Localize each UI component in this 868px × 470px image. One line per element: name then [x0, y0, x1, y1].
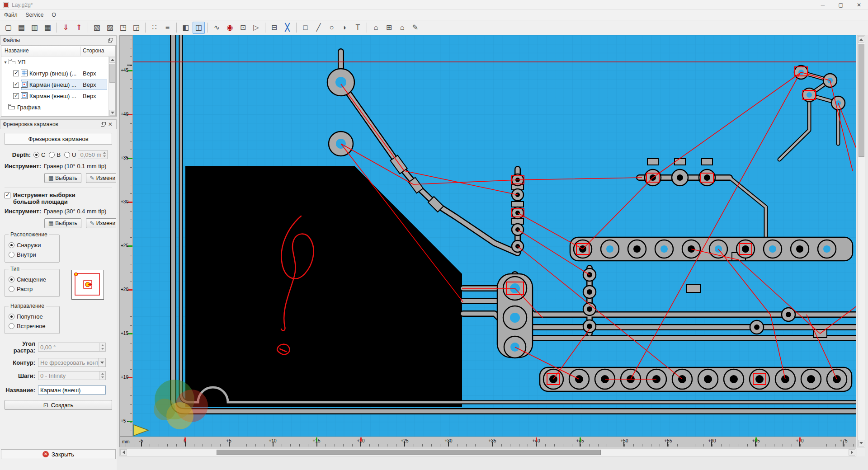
select-tool-button[interactable]: ▦Выбрать	[44, 173, 81, 183]
radio-icon[interactable]	[9, 314, 14, 320]
fit-board-button[interactable]: ▨	[104, 22, 116, 34]
label-link-button[interactable]: ⌂	[396, 22, 408, 34]
radio-icon[interactable]	[9, 252, 14, 258]
tree-scroll-thumb[interactable]	[109, 64, 115, 83]
draw-ellipse-button[interactable]: ○	[326, 22, 338, 34]
location-inside-option[interactable]: Внутри	[9, 250, 56, 259]
menu-service[interactable]: Service	[22, 11, 48, 19]
depth-option-c[interactable]: C	[33, 151, 45, 158]
grid-view-button[interactable]: ◫	[193, 22, 205, 34]
zoom-region-button[interactable]: ⊡	[237, 22, 249, 34]
large-area-row[interactable]: Инструмент выборки большой площади	[5, 192, 112, 205]
align-board-button[interactable]: ◲	[130, 22, 142, 34]
vertical-scroll-thumb[interactable]	[859, 44, 864, 157]
label-edit-button[interactable]: ✎	[409, 22, 421, 34]
save-file-button[interactable]: ▥	[28, 22, 41, 34]
spinner-arrows-icon[interactable]	[99, 371, 105, 380]
type-offset-option[interactable]: Смещение	[9, 275, 56, 284]
scroll-down-icon[interactable]	[109, 110, 115, 116]
close-milling-button[interactable]: ✕ Закрыть	[1, 449, 116, 459]
column-divider[interactable]	[80, 47, 80, 56]
draw-line-button[interactable]: ╱	[312, 22, 325, 34]
tree-row-pocket-selected[interactable]: Карман (внеш) ... Верх	[1, 79, 115, 90]
name-input[interactable]: Карман (внеш)	[38, 385, 106, 395]
change-tool-button[interactable]: ✎Изменить	[86, 173, 116, 183]
label-tool-button[interactable]: ⌂	[370, 22, 382, 34]
raster-angle-spinner[interactable]: 0,00 °	[38, 343, 106, 352]
tree-row-contour[interactable]: Контур (внеш) (... Верх	[1, 68, 115, 79]
radio-icon[interactable]	[49, 152, 55, 158]
minimize-button[interactable]: ─	[814, 0, 832, 10]
radio-icon[interactable]	[9, 323, 14, 329]
expander-icon[interactable]: ▾	[3, 60, 8, 65]
contour-dropdown[interactable]: Не фрезеровать контур	[38, 358, 106, 367]
float-panel-icon[interactable]	[99, 121, 107, 128]
tree-row-pocket-2[interactable]: Карман (внеш) ... Верх	[1, 90, 115, 102]
draw-arc-button[interactable]: ◗	[339, 22, 351, 34]
radio-icon[interactable]	[9, 277, 14, 282]
radio-icon[interactable]	[33, 152, 39, 158]
menu-file[interactable]: Файл	[0, 11, 22, 19]
direction-conventional-option[interactable]: Встречное	[9, 321, 56, 331]
direction-climb-option[interactable]: Попутное	[9, 312, 56, 321]
radio-icon[interactable]	[9, 242, 14, 248]
scroll-up-icon[interactable]	[858, 36, 864, 43]
menu-about[interactable]: О	[48, 11, 60, 19]
transform-tool-button[interactable]: ╳	[281, 22, 293, 34]
panel-view-button[interactable]: ◧	[179, 22, 192, 34]
column-side[interactable]: Сторона	[83, 47, 104, 54]
tree-row-graphics[interactable]: Графика	[1, 102, 115, 113]
close-panel-icon[interactable]: ✕	[107, 121, 114, 128]
pcb-canvas[interactable]	[133, 35, 856, 437]
steps-spinner[interactable]: 0 - Infinity	[38, 371, 106, 380]
tree-column-header[interactable]: Название Сторона	[1, 46, 115, 56]
scroll-right-icon[interactable]	[849, 449, 855, 456]
layer-checkbox[interactable]	[13, 82, 19, 88]
print-button[interactable]: ▦	[42, 22, 54, 34]
scroll-left-icon[interactable]	[120, 449, 127, 456]
radio-icon[interactable]	[9, 286, 14, 292]
location-outside-option[interactable]: Снаружи	[9, 240, 56, 250]
pcb-view[interactable]	[133, 35, 856, 437]
type-raster-option[interactable]: Растр	[9, 284, 56, 294]
export-file-button[interactable]: ⇑	[73, 22, 85, 34]
maximize-button[interactable]: ▢	[832, 0, 850, 10]
draw-rect-button[interactable]: □	[299, 22, 311, 34]
large-area-checkbox[interactable]	[5, 193, 10, 198]
scroll-down-icon[interactable]	[858, 440, 864, 446]
crop-region-button[interactable]: ◳	[117, 22, 129, 34]
horizontal-scrollbar[interactable]	[119, 448, 856, 456]
select-board-button[interactable]: ▧	[91, 22, 103, 34]
spline-tool-button[interactable]: ∿	[211, 22, 223, 34]
depth-option-b[interactable]: B	[49, 151, 61, 158]
open-file-button[interactable]: ▤	[15, 22, 28, 34]
layer-checkbox[interactable]	[13, 93, 19, 99]
column-name[interactable]: Название	[5, 47, 29, 54]
spinner-arrows-icon[interactable]	[99, 343, 105, 351]
float-panel-icon[interactable]	[107, 37, 114, 44]
select-tool2-button[interactable]: ▦Выбрать	[44, 218, 81, 228]
tree-scrollbar[interactable]	[108, 56, 115, 116]
measure-tool-button[interactable]: ⊟	[268, 22, 280, 34]
run-tool-button[interactable]: ▷	[250, 22, 262, 34]
record-tool-button[interactable]: ◉	[224, 22, 236, 34]
depth-value-spinner[interactable]: 0,050 mm	[78, 150, 108, 159]
matrix-tool-button[interactable]: ≡	[161, 22, 174, 34]
vertical-scrollbar[interactable]	[857, 35, 865, 447]
draw-text-button[interactable]: T	[352, 22, 364, 34]
new-file-button[interactable]: ▢	[2, 22, 14, 34]
radio-icon[interactable]	[64, 152, 70, 158]
spinner-arrows-icon[interactable]	[101, 150, 107, 159]
close-button[interactable]: ✕	[850, 0, 868, 10]
horizontal-scroll-thumb[interactable]	[217, 450, 601, 455]
scroll-up-icon[interactable]	[109, 57, 115, 63]
label-add-button[interactable]: ⊞	[383, 22, 395, 34]
depth-option-u[interactable]: U	[64, 151, 76, 158]
create-button[interactable]: ⊡ Создать	[5, 400, 112, 410]
layer-checkbox[interactable]	[13, 70, 19, 76]
dropdown-arrow-icon[interactable]	[98, 358, 105, 367]
tree-row-up[interactable]: ▾ УП	[1, 56, 115, 68]
array-tool-button[interactable]: ∷	[148, 22, 160, 34]
change-tool2-button[interactable]: ✎Изменить	[86, 218, 116, 228]
import-file-button[interactable]: ⇓	[60, 22, 72, 34]
